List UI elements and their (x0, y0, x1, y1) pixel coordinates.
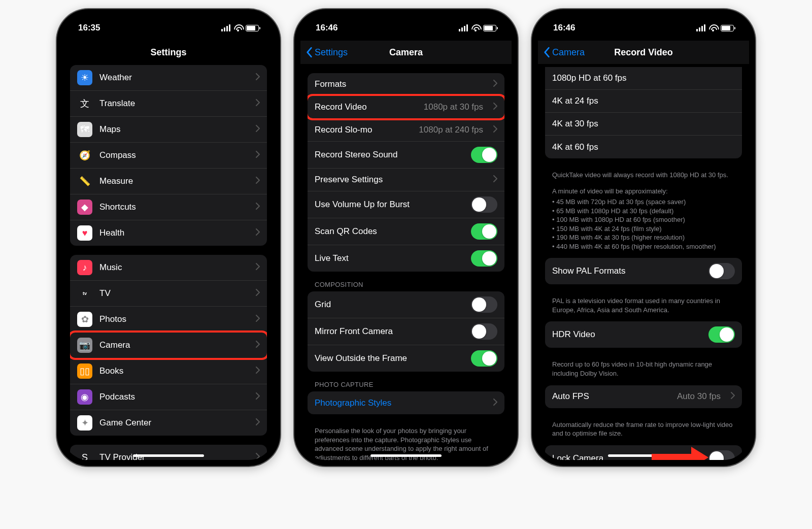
phone-camera: 16:46 Settings Camera FormatsRecord Vide… (294, 9, 518, 466)
section-footer: Automatically reduce the frame rate to i… (545, 417, 742, 445)
quicktake-note: QuickTake video will always record with … (545, 168, 742, 187)
chevron-right-icon (493, 175, 497, 185)
battery-icon (721, 25, 734, 31)
toggle-switch[interactable] (471, 196, 497, 213)
row-label: Shortcuts (99, 202, 249, 212)
chevron-right-icon (731, 391, 735, 402)
home-indicator[interactable] (133, 454, 204, 457)
phone-settings: 16:35 Settings ☀︎Weather文Translate🗺Maps🧭… (57, 9, 280, 466)
clock: 16:46 (553, 23, 575, 33)
settings-row[interactable]: Lock Camera (545, 445, 742, 460)
settings-row[interactable]: ✦Game Center (70, 410, 267, 436)
toggle-switch[interactable] (708, 450, 735, 460)
settings-row[interactable]: Record Stereo Sound (308, 142, 504, 169)
row-label: Record Video (315, 102, 417, 112)
page-title: Settings (150, 47, 186, 58)
settings-row[interactable]: HDR Video (545, 321, 742, 348)
settings-row[interactable]: 文Translate (70, 91, 267, 117)
resolution-option[interactable]: 4K at 60 fps (545, 136, 742, 158)
toggle-switch[interactable] (708, 263, 735, 279)
row-label: Use Volume Up for Burst (315, 200, 464, 210)
page-title: Camera (389, 47, 423, 58)
settings-row[interactable]: Mirror Front Camera (308, 318, 504, 345)
resolution-option[interactable]: 4K at 24 fps (545, 90, 742, 113)
signal-icon (696, 24, 705, 31)
toggle-switch[interactable] (708, 326, 735, 343)
row-label: Preserve Settings (315, 175, 486, 185)
home-indicator[interactable] (608, 454, 679, 457)
settings-row[interactable]: 📷Camera (70, 333, 267, 358)
maps-icon: 🗺 (77, 122, 92, 137)
toggle-switch[interactable] (471, 223, 497, 240)
settings-row[interactable]: Photographic Styles (308, 391, 504, 414)
back-button[interactable]: Camera (543, 47, 585, 58)
music-icon: ♪ (77, 260, 92, 275)
battery-icon (246, 25, 259, 31)
settings-row[interactable]: View Outside the Frame (308, 345, 504, 372)
row-label: Photos (99, 314, 249, 324)
settings-row[interactable]: ◆Shortcuts (70, 194, 267, 220)
settings-row[interactable]: ✿Photos (70, 307, 267, 333)
settings-row[interactable]: Show PAL Formats (545, 258, 742, 284)
row-label: Music (99, 262, 249, 273)
podcasts-icon: ◉ (77, 389, 92, 405)
health-icon: ♥ (77, 225, 92, 241)
row-label: Mirror Front Camera (315, 326, 464, 337)
chevron-right-icon (256, 392, 260, 402)
settings-group: ☀︎Weather文Translate🗺Maps🧭Compass📏Measure… (70, 65, 267, 246)
settings-row[interactable]: 🗺Maps (70, 117, 267, 143)
resolution-option[interactable]: 4K at 30 fps (545, 113, 742, 136)
section-footer: PAL is a television video format used in… (545, 293, 742, 321)
measure-icon: 📏 (77, 174, 92, 189)
settings-row[interactable]: Use Volume Up for Burst (308, 191, 504, 218)
back-button[interactable]: Settings (306, 47, 348, 58)
row-label: Podcasts (99, 392, 249, 402)
row-label: Live Text (315, 253, 464, 263)
row-label: Record Stereo Sound (315, 150, 464, 160)
navbar: Camera Record Video (538, 41, 749, 64)
settings-row[interactable]: 🧭Compass (70, 143, 267, 169)
settings-row[interactable]: Auto FPSAuto 30 fps (545, 385, 742, 408)
toggle-switch[interactable] (471, 296, 497, 313)
home-indicator[interactable] (370, 454, 442, 457)
settings-row[interactable]: Record Video1080p at 30 fps (308, 96, 504, 119)
toggle-switch[interactable] (471, 323, 497, 340)
toggle-switch[interactable] (471, 250, 497, 267)
clock: 16:35 (78, 23, 100, 33)
compass-icon: 🧭 (77, 148, 92, 163)
settings-row[interactable]: Scan QR Codes (308, 218, 504, 245)
settings-row[interactable]: ♪Music (70, 255, 267, 281)
row-detail: 1080p at 30 fps (424, 102, 483, 112)
chevron-right-icon (256, 124, 260, 135)
row-label: Translate (99, 98, 249, 109)
wifi-icon (708, 24, 718, 31)
phone-record-video: 16:46 Camera Record Video 1080p HD at 60… (532, 9, 755, 466)
chevron-right-icon (256, 228, 260, 238)
weather-icon: ☀︎ (77, 70, 92, 85)
settings-row[interactable]: ♥Health (70, 220, 267, 246)
settings-row[interactable]: ☀︎Weather (70, 65, 267, 91)
chevron-right-icon (256, 202, 260, 212)
row-label: Photographic Styles (315, 398, 486, 408)
settings-row[interactable]: Live Text (308, 245, 504, 272)
chevron-right-icon (256, 340, 260, 350)
filesize-note: A minute of video will be approximately:… (545, 187, 742, 258)
settings-row[interactable]: Formats (308, 73, 504, 96)
row-label: View Outside the Frame (315, 353, 464, 363)
settings-row[interactable]: 📏Measure (70, 169, 267, 194)
settings-row[interactable]: Record Slo-mo1080p at 240 fps (308, 119, 504, 142)
shortcuts-icon: ◆ (77, 200, 92, 215)
settings-row[interactable]: ◉Podcasts (70, 384, 267, 410)
toggle-switch[interactable] (471, 350, 497, 367)
settings-row[interactable]: tvTV (70, 281, 267, 307)
settings-row[interactable]: STV Provider (70, 445, 267, 460)
settings-row[interactable]: Preserve Settings (308, 169, 504, 191)
resolution-option[interactable]: 1080p HD at 60 fps (545, 67, 742, 90)
settings-group: GridMirror Front CameraView Outside the … (308, 291, 504, 372)
settings-group: Show PAL Formats (545, 258, 742, 284)
settings-row[interactable]: Grid (308, 291, 504, 318)
settings-row[interactable]: ▯▯Books (70, 358, 267, 384)
row-label: TV (99, 288, 249, 299)
toggle-switch[interactable] (471, 147, 497, 163)
navbar: Settings (63, 41, 274, 64)
